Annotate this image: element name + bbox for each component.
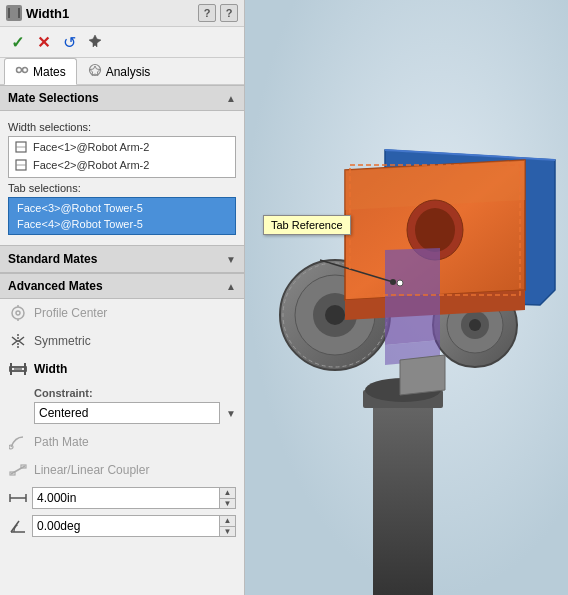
model-container: Tab Reference	[245, 0, 568, 595]
constraint-label: Constraint:	[34, 387, 236, 399]
analysis-tab-icon	[88, 63, 102, 80]
cancel-button[interactable]: ✕	[32, 31, 54, 53]
svg-line-22	[11, 466, 25, 474]
width-selection-row-2: Face<2>@Robot Arm-2	[13, 157, 231, 173]
svg-point-46	[415, 208, 455, 252]
distance-spin-down[interactable]: ▼	[220, 499, 235, 509]
width-selections-label: Width selections:	[8, 121, 236, 133]
width-label: Width	[34, 362, 67, 376]
pin-button[interactable]	[84, 31, 106, 53]
face-icon-1	[13, 139, 29, 155]
symmetric-icon	[8, 331, 28, 351]
angle-input-row: ▲ ▼	[0, 512, 244, 540]
symmetric-item[interactable]: Symmetric	[0, 327, 244, 355]
viewport[interactable]: Tab Reference	[245, 0, 568, 595]
left-panel: Width1 ? ? ✓ ✕ ↺	[0, 0, 245, 595]
svg-point-48	[390, 279, 396, 285]
svg-rect-31	[373, 400, 433, 595]
svg-rect-18	[10, 363, 12, 375]
tab-item-2: Face<4>@Robot Tower-5	[13, 216, 231, 232]
svg-point-13	[16, 311, 20, 315]
width-feature-icon	[6, 5, 22, 21]
advanced-mates-header[interactable]: Advanced Mates ▲	[0, 273, 244, 299]
mate-selections-chevron: ▲	[226, 93, 236, 104]
tab-bar: Mates Analysis	[0, 58, 244, 85]
standard-mates-header[interactable]: Standard Mates ▼	[0, 245, 244, 273]
advanced-mates-chevron: ▲	[226, 281, 236, 292]
angle-field[interactable]	[33, 516, 219, 536]
angle-spinners: ▲ ▼	[219, 516, 235, 536]
width-icon	[8, 359, 28, 379]
panel-content[interactable]: Mate Selections ▲ Width selections: Face…	[0, 85, 244, 595]
svg-point-5	[23, 68, 28, 73]
title-icons: ? ?	[198, 4, 238, 22]
width-item-2: Face<2>@Robot Arm-2	[33, 159, 149, 171]
constraint-select-row: Centered Free Distance Percent ▼	[34, 402, 236, 424]
path-mate-icon	[8, 432, 28, 452]
angle-field-wrap: ▲ ▼	[32, 515, 236, 537]
tab-mates[interactable]: Mates	[4, 58, 77, 85]
svg-rect-19	[24, 363, 26, 375]
tab-analysis[interactable]: Analysis	[77, 58, 162, 84]
svg-point-37	[325, 305, 345, 325]
tab-selections-label: Tab selections:	[8, 182, 236, 194]
accept-button[interactable]: ✓	[6, 31, 28, 53]
x-icon: ✕	[37, 33, 50, 52]
width-item[interactable]: Width	[0, 355, 244, 383]
distance-input-row: ▲ ▼	[0, 484, 244, 512]
svg-point-12	[12, 307, 24, 319]
help-button-2[interactable]: ?	[220, 4, 238, 22]
window-title: Width1	[26, 6, 69, 21]
svg-rect-2	[18, 8, 20, 18]
title-left: Width1	[6, 5, 69, 21]
face-icon-2	[13, 157, 29, 173]
tab-selections-box[interactable]: Face<3>@Robot Tower-5 Face<4>@Robot Towe…	[8, 197, 236, 235]
distance-spinners: ▲ ▼	[219, 488, 235, 508]
help-button-1[interactable]: ?	[198, 4, 216, 22]
undo-icon: ↺	[63, 33, 76, 52]
constraint-dropdown[interactable]: Centered Free Distance Percent	[34, 402, 220, 424]
distance-field-wrap: ▲ ▼	[32, 487, 236, 509]
path-mate-item[interactable]: Path Mate	[0, 428, 244, 456]
mate-selections-section: Mate Selections ▲ Width selections: Face…	[0, 85, 244, 245]
profile-center-label: Profile Center	[34, 306, 107, 320]
mate-selections-header[interactable]: Mate Selections ▲	[0, 85, 244, 111]
svg-point-50	[397, 280, 403, 286]
width-item-1: Face<1>@Robot Arm-2	[33, 141, 149, 153]
pin-icon	[88, 34, 102, 51]
model-svg	[245, 0, 568, 595]
svg-point-42	[469, 319, 481, 331]
angle-spin-down[interactable]: ▼	[220, 527, 235, 537]
angle-icon	[8, 516, 28, 536]
linear-coupler-label: Linear/Linear Coupler	[34, 463, 149, 477]
advanced-mates-title: Advanced Mates	[8, 279, 103, 293]
tab-mates-label: Mates	[33, 65, 66, 79]
linear-coupler-item[interactable]: Linear/Linear Coupler	[0, 456, 244, 484]
undo-button[interactable]: ↺	[58, 31, 80, 53]
tab-analysis-label: Analysis	[106, 65, 151, 79]
standard-mates-section: Standard Mates ▼	[0, 245, 244, 273]
mate-selections-body: Width selections: Face<1>@Robot Arm-2	[0, 111, 244, 245]
distance-spin-up[interactable]: ▲	[220, 488, 235, 498]
tab-item-1: Face<3>@Robot Tower-5	[13, 200, 231, 216]
profile-center-item[interactable]: Profile Center	[0, 299, 244, 327]
path-mate-label: Path Mate	[34, 435, 89, 449]
tab-reference-tooltip: Tab Reference	[263, 215, 351, 235]
profile-center-icon	[8, 303, 28, 323]
advanced-mates-section: Advanced Mates ▲ Profile Center	[0, 273, 244, 540]
width-constraint-section: Constraint: Centered Free Distance Perce…	[0, 383, 244, 428]
title-bar: Width1 ? ?	[0, 0, 244, 27]
width-selections-box[interactable]: Face<1>@Robot Arm-2 Face<2>@Robot Arm-2	[8, 136, 236, 178]
svg-marker-3	[89, 35, 101, 47]
mate-selections-title: Mate Selections	[8, 91, 99, 105]
distance-icon	[8, 488, 28, 508]
toolbar: ✓ ✕ ↺	[0, 27, 244, 58]
tab-reference-text: Tab Reference	[271, 219, 343, 231]
angle-spin-up[interactable]: ▲	[220, 516, 235, 526]
check-icon: ✓	[11, 33, 24, 52]
distance-field[interactable]	[33, 488, 219, 508]
standard-mates-title: Standard Mates	[8, 252, 97, 266]
svg-rect-1	[8, 8, 10, 18]
linear-coupler-icon	[8, 460, 28, 480]
mates-tab-icon	[15, 63, 29, 80]
